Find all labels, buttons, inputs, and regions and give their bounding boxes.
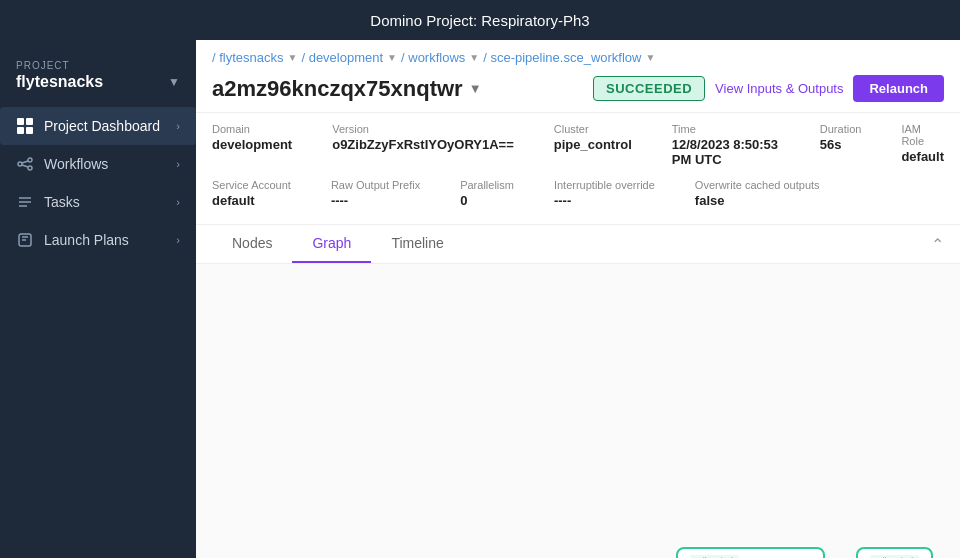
bc-dropdown-icon[interactable]: ▼ xyxy=(288,52,298,63)
run-id: a2mz96knczqx75xnqtwr xyxy=(212,76,463,102)
topbar: Domino Project: Respiratory-Ph3 xyxy=(0,0,960,40)
breadcrumb: / flytesnacks ▼ / development ▼ / workfl… xyxy=(196,40,960,71)
bc-dropdown-icon[interactable]: ▼ xyxy=(469,52,479,63)
run-id-row: a2mz96knczqx75xnqtwr ▼ xyxy=(212,76,482,102)
meta-overwrite-cache: Overwrite cached outputs false xyxy=(695,179,820,208)
chevron-right-icon: › xyxy=(176,196,180,208)
bc-label: / development xyxy=(301,50,383,65)
svg-rect-1 xyxy=(26,118,33,125)
chevron-down-icon[interactable]: ▼ xyxy=(168,75,180,89)
meta-cluster: Cluster pipe_control xyxy=(554,123,632,167)
status-badge: SUCCEEDED xyxy=(593,76,705,101)
workflow-icon xyxy=(16,155,34,173)
svg-point-5 xyxy=(28,158,32,162)
project-name: flytesnacks xyxy=(16,73,103,91)
bc-dropdown-icon[interactable]: ▼ xyxy=(645,52,655,63)
bc-label: / flytesnacks xyxy=(212,50,284,65)
metadata: Domain development Version o9ZibZzyFxRst… xyxy=(196,112,960,225)
view-inputs-button[interactable]: View Inputs & Outputs xyxy=(715,81,843,96)
sidebar-item-label: Project Dashboard xyxy=(44,118,160,134)
meta-parallelism: Parallelism 0 xyxy=(460,179,514,208)
sidebar-item-project-dashboard[interactable]: Project Dashboard › xyxy=(0,107,196,145)
graph-edges xyxy=(196,264,960,558)
topbar-title: Domino Project: Respiratory-Ph3 xyxy=(370,12,589,29)
graph-node-load-sdtm-ae[interactable]: python-task load_SDTM_ae_data ℹ xyxy=(676,547,825,558)
sidebar-item-workflows[interactable]: Workflows › xyxy=(0,145,196,183)
tab-nodes[interactable]: Nodes xyxy=(212,225,292,263)
tab-timeline[interactable]: Timeline xyxy=(371,225,463,263)
breadcrumb-workflows[interactable]: / workflows ▼ xyxy=(401,50,479,65)
svg-point-6 xyxy=(28,166,32,170)
run-dropdown-icon[interactable]: ▼ xyxy=(469,81,482,96)
svg-rect-0 xyxy=(17,118,24,125)
meta-raw-output: Raw Output Prefix ---- xyxy=(331,179,420,208)
metadata-row-1: Domain development Version o9ZibZzyFxRst… xyxy=(212,117,944,173)
graph-node-adae[interactable]: python-task ADAE ℹ xyxy=(856,547,933,558)
tab-graph[interactable]: Graph xyxy=(292,225,371,263)
meta-service-account: Service Account default xyxy=(212,179,291,208)
svg-point-4 xyxy=(18,162,22,166)
svg-rect-2 xyxy=(17,127,24,134)
graph-area[interactable]: start python-task load_SDTM_dm_data ℹ py… xyxy=(196,264,960,558)
bc-label: / workflows xyxy=(401,50,465,65)
meta-iam-role: IAM Role default xyxy=(901,123,944,167)
tasks-icon xyxy=(16,193,34,211)
meta-duration: Duration 56s xyxy=(820,123,862,167)
project-name-row: flytesnacks ▼ xyxy=(0,73,196,107)
metadata-row-2: Service Account default Raw Output Prefi… xyxy=(212,173,944,214)
meta-time: Time 12/8/2023 8:50:53 PM UTC xyxy=(672,123,780,167)
chevron-right-icon: › xyxy=(176,158,180,170)
run-actions: SUCCEEDED View Inputs & Outputs Relaunch xyxy=(593,75,944,102)
sidebar-item-label: Launch Plans xyxy=(44,232,129,248)
collapse-button[interactable]: ⌃ xyxy=(931,235,944,254)
sidebar-item-tasks[interactable]: Tasks › xyxy=(0,183,196,221)
launch-icon xyxy=(16,231,34,249)
grid-icon xyxy=(16,117,34,135)
chevron-right-icon: › xyxy=(176,234,180,246)
bc-label: / sce-pipeline.sce_workflow xyxy=(483,50,641,65)
meta-domain: Domain development xyxy=(212,123,292,167)
tabs-left: Nodes Graph Timeline xyxy=(212,225,464,263)
breadcrumb-flytesnacks[interactable]: / flytesnacks ▼ xyxy=(212,50,297,65)
sidebar-item-label: Tasks xyxy=(44,194,80,210)
chevron-right-icon: › xyxy=(176,120,180,132)
sidebar-item-launch-plans[interactable]: Launch Plans › xyxy=(0,221,196,259)
main-content: / flytesnacks ▼ / development ▼ / workfl… xyxy=(196,40,960,558)
meta-interruptible: Interruptible override ---- xyxy=(554,179,655,208)
bc-dropdown-icon[interactable]: ▼ xyxy=(387,52,397,63)
relaunch-button[interactable]: Relaunch xyxy=(853,75,944,102)
sidebar-item-label: Workflows xyxy=(44,156,108,172)
tabs: Nodes Graph Timeline ⌃ xyxy=(196,225,960,264)
breadcrumb-development[interactable]: / development ▼ xyxy=(301,50,397,65)
run-header: a2mz96knczqx75xnqtwr ▼ SUCCEEDED View In… xyxy=(196,71,960,112)
sidebar: PROJECT flytesnacks ▼ Project Dashboard … xyxy=(0,40,196,558)
svg-line-7 xyxy=(22,161,28,163)
meta-version: Version o9ZibZzyFxRstIYOyORY1A== xyxy=(332,123,514,167)
svg-line-8 xyxy=(22,165,28,167)
breadcrumb-sce-pipeline[interactable]: / sce-pipeline.sce_workflow ▼ xyxy=(483,50,655,65)
svg-rect-3 xyxy=(26,127,33,134)
project-label: PROJECT xyxy=(0,50,196,73)
